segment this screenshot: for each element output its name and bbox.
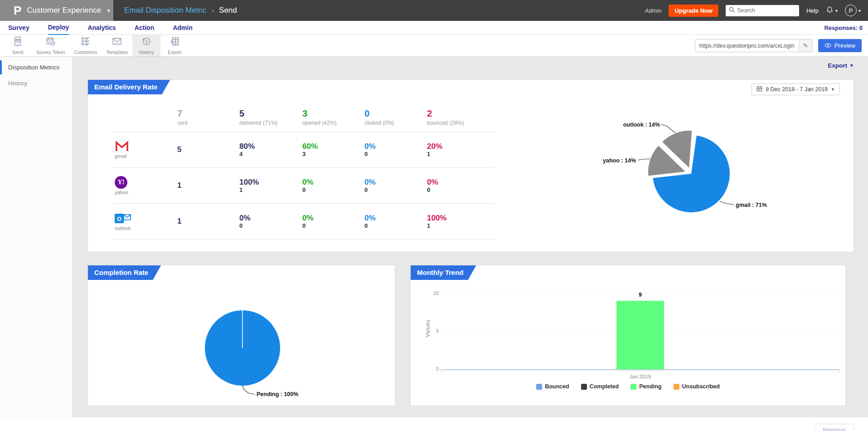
panel-title-ribbon: Email Delivery Rate [88, 80, 170, 94]
stat-clicked: 0 clicked (0%) [364, 108, 427, 126]
date-range-picker[interactable]: 8 Dec 2018 - 7 Jan 2019 ▼ [752, 83, 840, 95]
breadcrumb-survey-name[interactable]: Email Disposition Metric [124, 6, 206, 15]
nav-tab-survey[interactable]: Survey [8, 21, 29, 34]
envelope-icon [112, 36, 122, 48]
main-area: Disposition Metrics History Export ▼ Ema… [0, 57, 868, 417]
workspace-switcher[interactable]: P Customer Experience ▼ [0, 0, 113, 21]
breadcrumb: Email Disposition Metric › Send [124, 6, 237, 15]
table-row-yahoo: Y! yahoo 1 100%1 0%0 0%0 0%0 [113, 168, 495, 204]
eye-icon [824, 42, 831, 49]
toolbar-item-label: Templates [106, 49, 128, 55]
toolbar-item-export[interactable]: X Export [160, 35, 189, 56]
toolbar-item-customers[interactable]: Customers [69, 35, 102, 56]
email-delivery-rate-panel: Email Delivery Rate 8 Dec 2018 - 7 Jan 2… [87, 79, 854, 252]
search-input[interactable] [737, 7, 796, 14]
header-actions: Admin Upgrade Now Help ▾ P ▾ [645, 5, 868, 17]
legend-item-unsubscribed[interactable]: Unsubscribed [674, 383, 720, 390]
sidebar-item-disposition-metrics[interactable]: Disposition Metrics [0, 60, 72, 74]
top-header-bar: P Customer Experience ▼ Email Dispositio… [0, 0, 868, 21]
pie-label-yahoo: yahoo : 14% [603, 157, 636, 164]
legend-swatch-bounced [536, 384, 542, 390]
global-search[interactable] [726, 5, 799, 16]
x-axis-line [441, 369, 839, 372]
customers-list-icon [81, 36, 91, 48]
left-sidebar: Disposition Metrics History [0, 57, 73, 417]
table-row-outlook: O outlook 1 0%0 0%0 0%0 100%1 [113, 204, 495, 240]
app-window: P Customer Experience ▼ Email Dispositio… [0, 0, 868, 431]
y-tick-0: 0 [425, 366, 439, 372]
completion-rate-panel: Completion Rate Pending : 100% [87, 265, 395, 406]
notifications-menu[interactable]: ▾ [826, 6, 838, 15]
edit-pencil-icon[interactable]: ✎ [799, 39, 812, 52]
legend-swatch-completed [581, 384, 587, 390]
sidebar-item-history[interactable]: History [0, 76, 72, 90]
retention-tab[interactable]: Retention [814, 424, 854, 431]
nav-tab-action[interactable]: Action [135, 21, 155, 34]
primary-nav: Survey Deploy Analytics Action Admin Res… [0, 21, 868, 35]
toolbar-item-label: Export [168, 49, 181, 55]
caret-down-icon: ▾ [835, 8, 838, 13]
caret-down-icon: ▼ [831, 87, 835, 92]
excel-export-icon: X [170, 36, 179, 48]
svg-text:31: 31 [48, 41, 51, 44]
admin-label[interactable]: Admin [645, 7, 662, 14]
questionpro-logo-icon: P [14, 5, 21, 16]
chart-legend: Bounced Completed Pending Unsubscribed [411, 383, 845, 390]
svg-text:$: $ [145, 39, 148, 44]
legend-swatch-pending [630, 384, 636, 390]
calendar-clock-icon: 31 [46, 36, 56, 48]
delivery-stats-table: 7 sent 5 delivered (71%) 3 opened (42%) [113, 108, 495, 240]
toolbar-item-send[interactable]: Send [4, 35, 32, 56]
toolbar-item-label: History [139, 49, 154, 55]
help-link[interactable]: Help [806, 7, 819, 14]
account-menu[interactable]: P ▾ [845, 5, 861, 16]
panel-title-ribbon: Completion Rate [88, 265, 161, 280]
toolbar-item-label: Send [12, 49, 24, 55]
gmail-icon [115, 141, 129, 152]
completion-pie-chart: Pending : 100% [88, 279, 396, 407]
bell-icon [826, 6, 834, 15]
survey-url-field: ✎ [695, 39, 813, 52]
phone-mail-icon [13, 36, 23, 48]
survey-url-input[interactable] [695, 43, 799, 49]
nav-tab-analytics[interactable]: Analytics [87, 21, 116, 34]
calendar-icon [756, 86, 762, 93]
bar-pending-jan2019[interactable] [616, 301, 664, 369]
responses-count: Responses: 0 [824, 24, 868, 31]
pie-label-outlook: outlook : 14% [623, 122, 660, 128]
preview-button[interactable]: Preview [818, 39, 862, 52]
y-tick-5: 5 [425, 328, 439, 333]
export-dropdown[interactable]: Export ▼ [828, 62, 854, 69]
legend-item-bounced[interactable]: Bounced [536, 383, 569, 390]
pie-label-pending: Pending : 100% [257, 391, 298, 397]
toolbar-item-history[interactable]: $ History [132, 35, 160, 56]
upgrade-now-button[interactable]: Upgrade Now [669, 5, 718, 17]
bar-value-label: 9 [616, 292, 664, 298]
workspace-name: Customer Experience [27, 6, 101, 15]
toolbar-item-templates[interactable]: Templates [102, 35, 132, 56]
toolbar-item-label: Customers [74, 49, 97, 55]
toolbar-item-label: Survey Token [36, 49, 65, 55]
caret-down-icon: ▾ [858, 8, 861, 13]
delivery-pie-chart: outlook : 14% yahoo : 14% gmail : 71% [561, 100, 842, 236]
pie-label-gmail: gmail : 71% [736, 202, 767, 208]
legend-item-completed[interactable]: Completed [581, 383, 619, 390]
breadcrumb-page-name: Send [219, 6, 237, 15]
svg-text:X: X [170, 39, 173, 44]
caret-down-icon: ▼ [849, 63, 854, 68]
panel-title-ribbon: Monthly Trend [411, 265, 476, 280]
export-label: Export [828, 62, 847, 69]
footer-strip: Retention [0, 417, 868, 431]
nav-tab-admin[interactable]: Admin [173, 21, 193, 34]
nav-tab-deploy[interactable]: Deploy [48, 21, 69, 35]
monthly-trend-panel: Monthly Trend Values 10 5 0 9 Jan 2019 B… [410, 265, 846, 406]
toolbar-item-survey-token[interactable]: 31 Survey Token [32, 35, 69, 56]
stat-sent: 7 sent [177, 108, 239, 126]
stat-delivered: 5 delivered (71%) [239, 108, 302, 126]
preview-button-label: Preview [834, 42, 855, 49]
y-tick-10: 10 [425, 290, 439, 296]
stat-bounced: 2 bounced (28%) [427, 108, 495, 126]
legend-item-pending[interactable]: Pending [630, 383, 661, 390]
stat-opened: 3 opened (42%) [302, 108, 364, 126]
legend-swatch-unsubscribed [674, 384, 679, 390]
